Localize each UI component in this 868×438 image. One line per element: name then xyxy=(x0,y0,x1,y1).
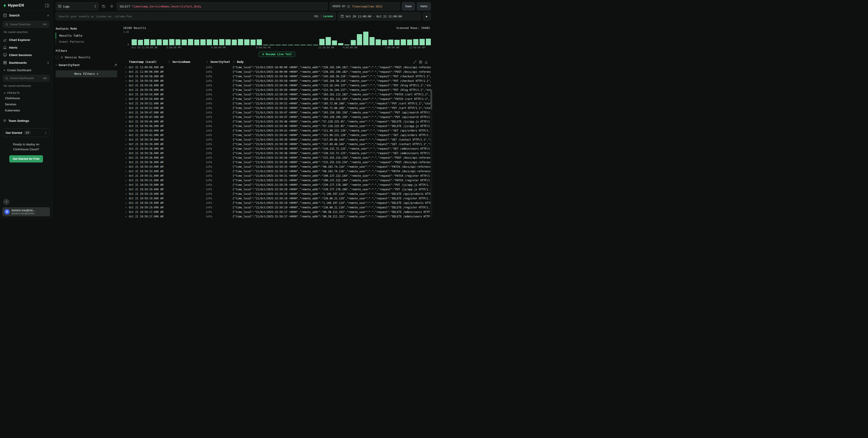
histogram-bar[interactable] xyxy=(188,39,193,45)
scrollbar-thumb[interactable] xyxy=(430,90,432,109)
histogram-bar[interactable] xyxy=(163,39,168,45)
histogram-bar[interactable] xyxy=(294,45,300,45)
histogram-bar[interactable] xyxy=(401,39,406,45)
sidebar-item-dashboards[interactable]: Dashboards ∧ xyxy=(0,59,52,66)
histogram-bar[interactable] xyxy=(388,39,394,45)
table-row[interactable]: > Oct 21 10:59:29.000 AM info {"time_loc… xyxy=(123,187,431,192)
row-expand-chevron[interactable]: > xyxy=(123,75,129,78)
saved-searches-input[interactable]: Saved Searches ⌘K xyxy=(3,21,50,28)
table-row[interactable]: > Oct 21 10:59:17.000 AM info {"time_loc… xyxy=(123,214,431,219)
histogram-bar[interactable] xyxy=(244,39,249,45)
table-row[interactable]: > Oct 21 10:59:19.000 AM info {"time_loc… xyxy=(123,196,431,201)
more-filters-button[interactable]: More filters ∨ xyxy=(56,70,117,77)
column-header-body[interactable]: ⋮Body xyxy=(232,60,431,64)
row-expand-chevron[interactable]: > xyxy=(123,134,129,136)
row-expand-chevron[interactable]: > xyxy=(123,93,129,96)
source-select[interactable]: Logs xyxy=(56,2,99,10)
table-row[interactable]: > Oct 21 10:59:54.000 AM info {"time_loc… xyxy=(123,97,431,101)
sidebar-item-kubernetes[interactable]: Kubernetes xyxy=(0,107,52,113)
table-row[interactable]: > Oct 21 10:59:19.000 AM info {"time_loc… xyxy=(123,201,431,205)
sidebar-item-team-settings[interactable]: ⚙ Team Settings xyxy=(0,116,52,125)
denoise-checkbox[interactable] xyxy=(56,56,59,59)
histogram-bar[interactable] xyxy=(420,39,425,45)
row-expand-chevron[interactable]: > xyxy=(123,157,129,159)
order-by-input[interactable]: ORDER BY TimestampTime DESC xyxy=(330,2,400,10)
histogram-bar[interactable] xyxy=(301,45,306,45)
row-expand-chevron[interactable]: > xyxy=(123,215,129,218)
row-expand-chevron[interactable]: > xyxy=(123,193,129,195)
chevron-up-icon[interactable]: ∧ xyxy=(47,61,49,64)
sidebar-item-client-sessions[interactable]: Client Sessions xyxy=(0,51,52,59)
histogram-bar[interactable] xyxy=(225,39,231,45)
histogram-bar[interactable] xyxy=(357,34,362,45)
row-expand-chevron[interactable]: > xyxy=(123,139,129,141)
histogram-bar[interactable] xyxy=(144,39,149,45)
histogram-bar[interactable] xyxy=(313,45,318,45)
histogram-bar[interactable] xyxy=(257,39,262,45)
source-settings-button[interactable]: ⚙ xyxy=(108,2,115,10)
row-expand-chevron[interactable]: > xyxy=(123,197,129,200)
column-resize-handle[interactable]: ⋮ xyxy=(168,60,170,64)
histogram-bar[interactable] xyxy=(407,39,412,45)
histogram-bar[interactable] xyxy=(276,45,281,45)
column-header-severitytext[interactable]: ⋮SeverityText xyxy=(206,60,232,64)
row-expand-chevron[interactable]: > xyxy=(123,111,129,114)
histogram-bar[interactable] xyxy=(207,39,212,45)
run-query-button[interactable]: ▶ xyxy=(423,12,431,20)
row-expand-chevron[interactable]: > xyxy=(123,116,129,119)
row-expand-chevron[interactable]: > xyxy=(123,161,129,164)
histogram-bar[interactable] xyxy=(344,44,350,45)
pin-icon[interactable] xyxy=(114,64,117,66)
table-row[interactable]: > Oct 21 10:59:36.000 AM info {"time_loc… xyxy=(123,160,431,165)
table-row[interactable]: > Oct 21 10:59:47.000 AM info {"time_loc… xyxy=(123,110,431,115)
table-row[interactable]: > Oct 21 10:59:56.000 AM info {"time_loc… xyxy=(123,83,431,88)
histogram-bar[interactable] xyxy=(338,43,343,45)
get-started-free-button[interactable]: Get Started for Free xyxy=(9,155,43,163)
row-expand-chevron[interactable]: > xyxy=(123,125,129,128)
row-expand-chevron[interactable]: > xyxy=(123,166,129,168)
row-expand-chevron[interactable]: > xyxy=(123,80,129,82)
histogram-bar[interactable] xyxy=(319,39,324,45)
table-row[interactable]: > Oct 21 10:59:46.000 AM info {"time_loc… xyxy=(123,124,431,128)
histogram-bar[interactable] xyxy=(376,39,381,45)
row-expand-chevron[interactable]: > xyxy=(123,84,129,87)
column-header-timestamp[interactable]: Timestamp (Local) xyxy=(129,60,168,64)
row-expand-chevron[interactable]: > xyxy=(123,202,129,204)
sidebar-item-search[interactable]: Search ∧ xyxy=(0,10,52,20)
table-row[interactable]: > Oct 21 10:59:19.000 AM info {"time_loc… xyxy=(123,192,431,196)
row-expand-chevron[interactable]: > xyxy=(123,170,129,173)
help-button[interactable]: ? xyxy=(3,199,9,205)
column-resize-handle[interactable]: ⋮ xyxy=(206,60,209,64)
table-row[interactable]: > Oct 21 10:59:36.000 AM info {"time_loc… xyxy=(123,156,431,160)
table-row[interactable]: > Oct 21 10:59:31.000 AM info {"time_loc… xyxy=(123,178,431,182)
table-row[interactable]: > Oct 21 10:59:46.000 AM info {"time_loc… xyxy=(123,119,431,124)
histogram-bar[interactable] xyxy=(426,39,431,45)
select-columns-input[interactable]: SELECT Timestamp,ServiceName,SeverityTex… xyxy=(117,2,328,10)
row-expand-chevron[interactable]: > xyxy=(123,89,129,91)
table-row[interactable]: > Oct 21 10:59:19.000 AM info {"time_loc… xyxy=(123,205,431,210)
table-row[interactable]: > Oct 21 10:59:38.000 AM info {"time_loc… xyxy=(123,146,431,151)
row-expand-chevron[interactable]: > xyxy=(123,188,129,191)
row-expand-chevron[interactable]: > xyxy=(123,107,129,109)
user-menu[interactable]: D dominic.tran@clic... dominic.tran@clic… xyxy=(2,207,50,216)
table-row[interactable]: > Oct 21 11:00:00.000 AM info {"time_loc… xyxy=(123,70,431,74)
histogram-bar[interactable] xyxy=(288,45,293,45)
denoise-results-toggle[interactable]: ⊘ Denoise Results xyxy=(56,55,117,60)
language-toggle-sql[interactable]: SQL xyxy=(314,15,319,18)
app-logo[interactable]: HyperDX xyxy=(3,3,24,8)
histogram-bar[interactable] xyxy=(269,45,275,45)
histogram-bar[interactable] xyxy=(238,39,243,45)
histogram-bar[interactable] xyxy=(382,40,387,45)
table-settings-button[interactable] xyxy=(419,61,422,64)
histogram-bar[interactable] xyxy=(157,39,162,45)
histogram-bar[interactable] xyxy=(395,40,400,45)
table-row[interactable]: > Oct 21 10:59:42.000 AM info {"time_loc… xyxy=(123,133,431,137)
table-row[interactable]: > Oct 21 10:59:52.000 AM info {"time_loc… xyxy=(123,106,431,110)
table-row[interactable]: > Oct 21 10:59:39.000 AM info {"time_loc… xyxy=(123,137,431,142)
table-row[interactable]: > Oct 21 10:59:31.000 AM info {"time_loc… xyxy=(123,174,431,178)
table-row[interactable]: > Oct 21 10:59:29.000 AM info {"time_loc… xyxy=(123,182,431,187)
row-expand-chevron[interactable]: > xyxy=(123,71,129,73)
duplicate-source-button[interactable] xyxy=(100,2,107,10)
row-expand-chevron[interactable]: > xyxy=(123,102,129,105)
row-expand-chevron[interactable]: > xyxy=(123,152,129,155)
